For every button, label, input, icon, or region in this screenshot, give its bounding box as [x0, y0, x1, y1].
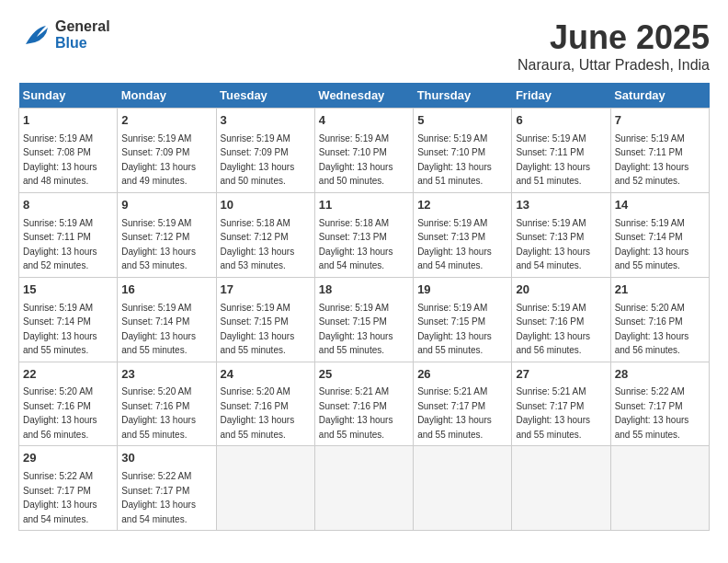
day-cell: 21 Sunrise: 5:20 AMSunset: 7:16 PMDaylig…: [610, 277, 709, 362]
day-number: 30: [121, 450, 211, 467]
day-number: 14: [615, 197, 705, 214]
day-info: Sunrise: 5:22 AMSunset: 7:17 PMDaylight:…: [615, 386, 689, 440]
day-number: 29: [23, 450, 113, 467]
day-cell: 3 Sunrise: 5:19 AMSunset: 7:09 PMDayligh…: [216, 109, 314, 193]
day-cell: 9 Sunrise: 5:19 AMSunset: 7:12 PMDayligh…: [118, 192, 216, 277]
day-number: 3: [221, 112, 311, 130]
logo: General Blue: [18, 18, 110, 52]
day-cell: 6 Sunrise: 5:19 AMSunset: 7:11 PMDayligh…: [512, 109, 610, 193]
day-info: Sunrise: 5:18 AMSunset: 7:12 PMDaylight:…: [221, 218, 295, 271]
day-cell: 11 Sunrise: 5:18 AMSunset: 7:13 PMDaylig…: [314, 192, 413, 277]
day-cell: 29 Sunrise: 5:22 AMSunset: 7:17 PMDaylig…: [19, 446, 118, 531]
day-number: 27: [516, 366, 606, 384]
weekday-header-row: Sunday Monday Tuesday Wednesday Thursday…: [19, 83, 710, 109]
day-number: 9: [121, 197, 211, 214]
day-number: 7: [615, 112, 705, 130]
day-info: Sunrise: 5:19 AMSunset: 7:15 PMDaylight:…: [319, 303, 393, 356]
day-cell: 8 Sunrise: 5:19 AMSunset: 7:11 PMDayligh…: [19, 192, 118, 277]
day-cell: 20 Sunrise: 5:19 AMSunset: 7:16 PMDaylig…: [512, 277, 610, 362]
day-number: 1: [23, 112, 113, 130]
day-number: 6: [516, 112, 606, 130]
day-info: Sunrise: 5:21 AMSunset: 7:17 PMDaylight:…: [417, 386, 492, 440]
day-info: Sunrise: 5:22 AMSunset: 7:17 PMDaylight:…: [23, 471, 97, 524]
header-friday: Friday: [512, 83, 610, 109]
day-cell: 5 Sunrise: 5:19 AMSunset: 7:10 PMDayligh…: [414, 109, 512, 193]
day-cell: 28 Sunrise: 5:22 AMSunset: 7:17 PMDaylig…: [610, 362, 709, 446]
day-cell: 30 Sunrise: 5:22 AMSunset: 7:17 PMDaylig…: [118, 446, 216, 531]
day-info: Sunrise: 5:19 AMSunset: 7:10 PMDaylight:…: [319, 133, 393, 187]
header-monday: Monday: [118, 83, 216, 109]
calendar-week-row: 1 Sunrise: 5:19 AMSunset: 7:08 PMDayligh…: [19, 109, 710, 193]
day-info: Sunrise: 5:19 AMSunset: 7:16 PMDaylight:…: [516, 303, 590, 356]
day-cell: 25 Sunrise: 5:21 AMSunset: 7:16 PMDaylig…: [314, 362, 413, 446]
empty-cell: [216, 446, 314, 531]
location-title: Naraura, Uttar Pradesh, India: [518, 57, 710, 74]
header-sunday: Sunday: [19, 83, 118, 109]
day-number: 11: [319, 197, 409, 214]
day-number: 20: [516, 282, 606, 299]
day-number: 5: [417, 112, 507, 130]
day-cell: 7 Sunrise: 5:19 AMSunset: 7:11 PMDayligh…: [610, 109, 709, 193]
logo-blue-text: Blue: [55, 35, 110, 52]
day-info: Sunrise: 5:19 AMSunset: 7:09 PMDaylight:…: [221, 133, 295, 187]
day-cell: 2 Sunrise: 5:19 AMSunset: 7:09 PMDayligh…: [118, 109, 216, 193]
day-number: 4: [319, 112, 409, 130]
day-cell: 22 Sunrise: 5:20 AMSunset: 7:16 PMDaylig…: [19, 362, 118, 446]
day-info: Sunrise: 5:19 AMSunset: 7:13 PMDaylight:…: [516, 218, 590, 271]
day-number: 24: [221, 366, 311, 384]
calendar-title-area: June 2025 Naraura, Uttar Pradesh, India: [518, 18, 710, 74]
day-number: 18: [319, 282, 409, 299]
header-thursday: Thursday: [414, 83, 512, 109]
day-info: Sunrise: 5:19 AMSunset: 7:12 PMDaylight:…: [121, 218, 196, 271]
day-cell: 17 Sunrise: 5:19 AMSunset: 7:15 PMDaylig…: [216, 277, 314, 362]
month-title: June 2025: [518, 18, 710, 57]
empty-cell: [512, 446, 610, 531]
day-number: 2: [121, 112, 211, 130]
day-info: Sunrise: 5:19 AMSunset: 7:13 PMDaylight:…: [417, 218, 492, 271]
header-saturday: Saturday: [610, 83, 709, 109]
day-info: Sunrise: 5:19 AMSunset: 7:14 PMDaylight:…: [121, 303, 196, 356]
day-cell: 24 Sunrise: 5:20 AMSunset: 7:16 PMDaylig…: [216, 362, 314, 446]
day-number: 12: [417, 197, 507, 214]
day-info: Sunrise: 5:19 AMSunset: 7:11 PMDaylight:…: [23, 218, 97, 271]
day-info: Sunrise: 5:22 AMSunset: 7:17 PMDaylight:…: [121, 471, 196, 524]
day-info: Sunrise: 5:21 AMSunset: 7:16 PMDaylight:…: [319, 386, 393, 440]
day-info: Sunrise: 5:18 AMSunset: 7:13 PMDaylight:…: [319, 218, 393, 271]
day-info: Sunrise: 5:20 AMSunset: 7:16 PMDaylight:…: [221, 386, 295, 440]
day-info: Sunrise: 5:20 AMSunset: 7:16 PMDaylight:…: [615, 303, 689, 356]
day-info: Sunrise: 5:19 AMSunset: 7:14 PMDaylight:…: [23, 303, 97, 356]
day-cell: 23 Sunrise: 5:20 AMSunset: 7:16 PMDaylig…: [118, 362, 216, 446]
day-number: 10: [221, 197, 311, 214]
day-info: Sunrise: 5:20 AMSunset: 7:16 PMDaylight:…: [121, 386, 196, 440]
day-cell: 26 Sunrise: 5:21 AMSunset: 7:17 PMDaylig…: [414, 362, 512, 446]
empty-cell: [610, 446, 709, 531]
page-header: General Blue June 2025 Naraura, Uttar Pr…: [18, 18, 710, 74]
day-number: 28: [615, 366, 705, 384]
calendar-week-row: 15 Sunrise: 5:19 AMSunset: 7:14 PMDaylig…: [19, 277, 710, 362]
day-cell: 19 Sunrise: 5:19 AMSunset: 7:15 PMDaylig…: [414, 277, 512, 362]
calendar-week-row: 8 Sunrise: 5:19 AMSunset: 7:11 PMDayligh…: [19, 192, 710, 277]
day-number: 19: [417, 282, 507, 299]
day-cell: 12 Sunrise: 5:19 AMSunset: 7:13 PMDaylig…: [414, 192, 512, 277]
day-number: 26: [417, 366, 507, 384]
day-cell: 27 Sunrise: 5:21 AMSunset: 7:17 PMDaylig…: [512, 362, 610, 446]
calendar-week-row: 22 Sunrise: 5:20 AMSunset: 7:16 PMDaylig…: [19, 362, 710, 446]
header-wednesday: Wednesday: [314, 83, 413, 109]
day-cell: 14 Sunrise: 5:19 AMSunset: 7:14 PMDaylig…: [610, 192, 709, 277]
day-info: Sunrise: 5:19 AMSunset: 7:08 PMDaylight:…: [23, 133, 97, 187]
day-cell: 10 Sunrise: 5:18 AMSunset: 7:12 PMDaylig…: [216, 192, 314, 277]
day-number: 23: [121, 366, 211, 384]
day-cell: 15 Sunrise: 5:19 AMSunset: 7:14 PMDaylig…: [19, 277, 118, 362]
day-info: Sunrise: 5:21 AMSunset: 7:17 PMDaylight:…: [516, 386, 590, 440]
logo-general-text: General: [55, 18, 110, 35]
day-number: 16: [121, 282, 211, 299]
day-cell: 4 Sunrise: 5:19 AMSunset: 7:10 PMDayligh…: [314, 109, 413, 193]
day-cell: 18 Sunrise: 5:19 AMSunset: 7:15 PMDaylig…: [314, 277, 413, 362]
day-cell: 13 Sunrise: 5:19 AMSunset: 7:13 PMDaylig…: [512, 192, 610, 277]
day-info: Sunrise: 5:19 AMSunset: 7:09 PMDaylight:…: [121, 133, 196, 187]
general-blue-bird-icon: [18, 18, 51, 52]
day-info: Sunrise: 5:19 AMSunset: 7:10 PMDaylight:…: [417, 133, 492, 187]
day-info: Sunrise: 5:19 AMSunset: 7:14 PMDaylight:…: [615, 218, 689, 271]
day-number: 15: [23, 282, 113, 299]
day-info: Sunrise: 5:19 AMSunset: 7:15 PMDaylight:…: [221, 303, 295, 356]
